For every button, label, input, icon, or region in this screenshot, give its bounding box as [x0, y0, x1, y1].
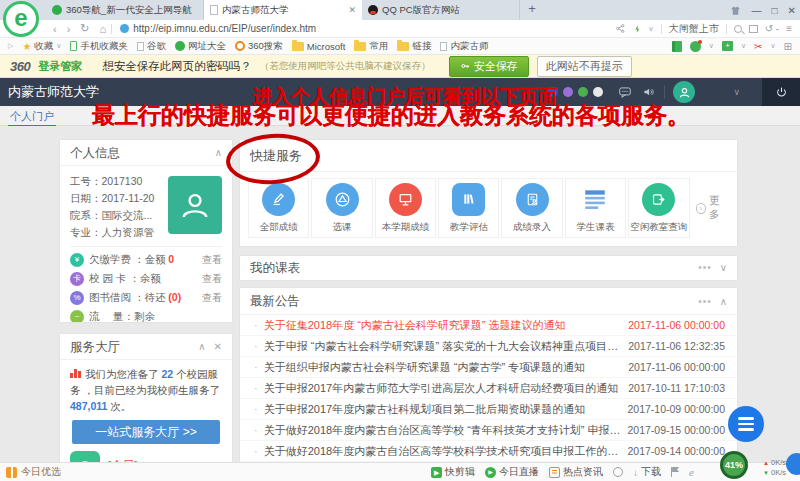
forward-button[interactable]: › [67, 23, 71, 35]
announcement-row[interactable]: 关于组织申报内蒙古社会科学研究课题 “内蒙古学” 专项课题的通知2017-11-… [240, 357, 737, 378]
tab-imnu[interactable]: 内蒙古师范大学 ✕ [204, 0, 362, 20]
tab-favicon-page-icon [210, 5, 218, 15]
announcements-title: 最新公告 [250, 288, 300, 315]
service-grade-entry[interactable]: 成绩录入 [501, 178, 562, 238]
school-name: 内蒙古师范大学 [8, 83, 99, 101]
service-term-grades[interactable]: 本学期成绩 [375, 178, 436, 238]
collapse-icon[interactable]: ∧ [720, 288, 727, 315]
view-link[interactable]: 查看 [202, 272, 222, 286]
announcement-row[interactable]: 关于征集2018年度 “内蒙古社会科学研究课题” 选题建议的通知2017-11-… [240, 315, 737, 336]
more-options-icon[interactable]: ••• [698, 256, 712, 280]
clock-icon[interactable] [613, 467, 623, 477]
password-hint: （若您使用网吧等公共电脑不建议保存） [260, 60, 431, 73]
share-icon[interactable] [615, 23, 626, 34]
announcement-row[interactable]: 关于做好2018年度内蒙古自治区高等学校科学技术研究项目申报工作的通知2017-… [240, 441, 737, 462]
games-icon[interactable] [690, 41, 701, 52]
password-question: 想安全保存此网页的密码吗？ [102, 59, 252, 74]
history-icon[interactable]: ↺ - [765, 23, 780, 34]
library-row: % 图书借阅 ：待还 (0) 查看 [70, 288, 222, 307]
close-button[interactable]: ✕ [788, 5, 796, 16]
new-tab-button[interactable]: + [520, 0, 544, 20]
extensions-icon[interactable]: + [722, 41, 733, 51]
compat-mode-icon[interactable]: e [689, 466, 694, 478]
floating-menu-button[interactable] [728, 406, 764, 442]
bookmark-phone-favorites[interactable]: 手机收藏夹 [70, 40, 128, 53]
promo-link[interactable]: 大闸蟹上市 [669, 22, 719, 36]
reading-list-icon[interactable] [672, 41, 682, 52]
power-icon [775, 86, 788, 99]
search-icon[interactable] [734, 25, 742, 33]
favorites-menu[interactable]: ★收藏∨ [22, 40, 61, 53]
360-search-icon [235, 41, 245, 51]
download-manager[interactable]: ↓下载 [633, 465, 661, 479]
hot-news-tool[interactable]: 热点资讯 [549, 465, 603, 479]
screenshot-icon[interactable] [749, 25, 758, 33]
bookmark-360-nav[interactable]: 网址大全 [175, 40, 226, 53]
logout-button[interactable] [762, 78, 800, 106]
bookmark-google[interactable]: 谷歌 [137, 40, 166, 53]
chevron-down-icon[interactable]: ∨ [649, 25, 654, 33]
announcement-row[interactable]: 关于做好2018年度内蒙古自治区高等学校 “青年科技英才支持计划” 申报工作的通… [240, 420, 737, 441]
dismiss-password-button[interactable]: 此网站不再提示 [537, 56, 632, 77]
bookmark-folder-microsoft[interactable]: Microsoft [292, 41, 346, 52]
more-options-icon[interactable]: ••• [698, 288, 712, 315]
service-student-timetable[interactable]: 学生课表 [565, 178, 626, 238]
view-link[interactable]: 查看 [202, 291, 222, 305]
daily-picks-link[interactable]: 今日优选 [6, 465, 61, 479]
live-today-tool[interactable]: ▶今日直播 [485, 465, 539, 479]
tab-label: 360导航_新一代安全上网导航 [66, 4, 192, 17]
menu-icon[interactable]: ≡ [786, 23, 792, 34]
login-manager-label: 登录管家 [38, 59, 82, 74]
tab-personal-portal[interactable]: 个人门户 [8, 107, 56, 127]
save-password-button[interactable]: 安全保存 [449, 56, 529, 77]
collapse-sidebar-icon[interactable]: ▷ [8, 42, 13, 50]
apps-grid-icon[interactable]: ⊞ [784, 41, 792, 52]
service-teaching-eval[interactable]: 教学评估 [438, 178, 499, 238]
bookmark-imnu[interactable]: 内蒙古师 [440, 40, 488, 53]
view-link[interactable]: 查看 [202, 253, 222, 267]
quick-clip-tool[interactable]: ▶快剪辑 [431, 465, 475, 479]
chevron-down-icon[interactable]: ∨ [733, 87, 740, 97]
url-field[interactable]: http://eip.imnu.edu.cn/EIP/user/index.ht… [120, 23, 316, 34]
collapse-icon[interactable]: ∧ [215, 140, 222, 166]
briefcase-icon[interactable] [70, 451, 100, 462]
bookmark-folder-links[interactable]: 链接 [397, 40, 431, 53]
close-icon[interactable]: ✕ [214, 334, 222, 360]
service-empty-classroom[interactable]: 空闲教室查询 [628, 178, 689, 238]
tab-favicon-qq-icon [368, 5, 378, 15]
bookmark-folder-common[interactable]: 常用 [354, 40, 388, 53]
refresh-button[interactable]: ↻ [80, 22, 89, 35]
clip-icon[interactable]: ✂ [754, 41, 762, 52]
status-bar: 今日优选 ▶快剪辑 ▶今日直播 热点资讯 ↓下载 e [0, 462, 800, 481]
360-nav-icon [175, 41, 185, 51]
tab-label: 内蒙古师范大学 [222, 4, 289, 17]
tab-qq[interactable]: QQ PC版官方网站 [362, 0, 520, 20]
network-percent-badge[interactable]: 41% [720, 451, 748, 479]
announcement-row[interactable]: 关于申报2017年度内蒙古社科规划项目第二批后期资助课题的通知2017-10-0… [240, 399, 737, 420]
announcement-row[interactable]: 关于申报 “内蒙古社会科学研究课题” 落实党的十九大会议精神重点项目的通知201… [240, 336, 737, 357]
back-button[interactable]: ‹ [53, 23, 57, 35]
one-stop-hall-button[interactable]: 一站式服务大厅 >> [72, 420, 220, 444]
skin-icon[interactable] [729, 5, 742, 16]
speed-boost-icon[interactable] [633, 23, 642, 35]
flag-icon[interactable] [671, 467, 679, 477]
announcement-row[interactable]: 关于申报2017年内蒙古师范大学引进高层次人才科研启动经费项目的通知2017-1… [240, 378, 737, 399]
status-dot-purple [563, 87, 573, 97]
more-services-link[interactable]: › 更多 [696, 194, 730, 222]
address-bar: ‹ › ↻ ⌂ http://eip.imnu.edu.cn/EIP/user/… [0, 20, 800, 38]
message-icon[interactable] [617, 85, 633, 99]
bar-chart-icon [70, 368, 82, 378]
minimize-button[interactable]: — [752, 5, 762, 16]
maximize-button[interactable]: □ [772, 5, 778, 16]
speaker-icon[interactable] [641, 85, 656, 99]
tab-close-icon[interactable]: ✕ [348, 5, 356, 15]
service-course-select[interactable]: 选课 [311, 178, 372, 238]
service-all-grades[interactable]: 全部成绩 [248, 178, 309, 238]
home-button[interactable]: ⌂ [100, 23, 107, 35]
browser-logo-icon[interactable]: e [3, 1, 39, 37]
collapse-icon[interactable]: ∧ [198, 334, 205, 360]
announcements-panel: 最新公告 ••• ∧ 关于征集2018年度 “内蒙古社会科学研究课题” 选题建议… [240, 288, 737, 462]
bookmark-360-search[interactable]: 360搜索 [235, 40, 283, 53]
expand-icon[interactable]: ∨ [720, 256, 727, 280]
tab-360-nav[interactable]: 360导航_新一代安全上网导航 [46, 0, 204, 20]
